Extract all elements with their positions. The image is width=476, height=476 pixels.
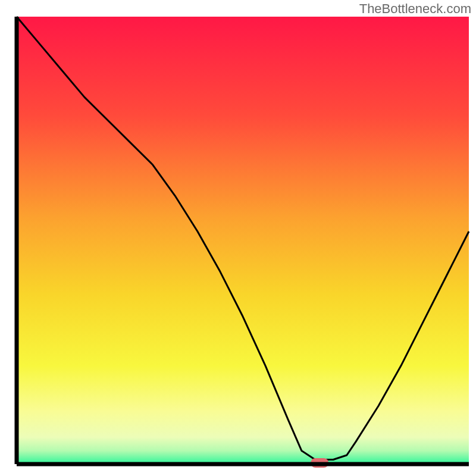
bottleneck-chart [0, 0, 476, 476]
gradient-background [17, 17, 469, 464]
chart-canvas [0, 0, 476, 476]
attribution-label: TheBottleneck.com [359, 1, 471, 17]
